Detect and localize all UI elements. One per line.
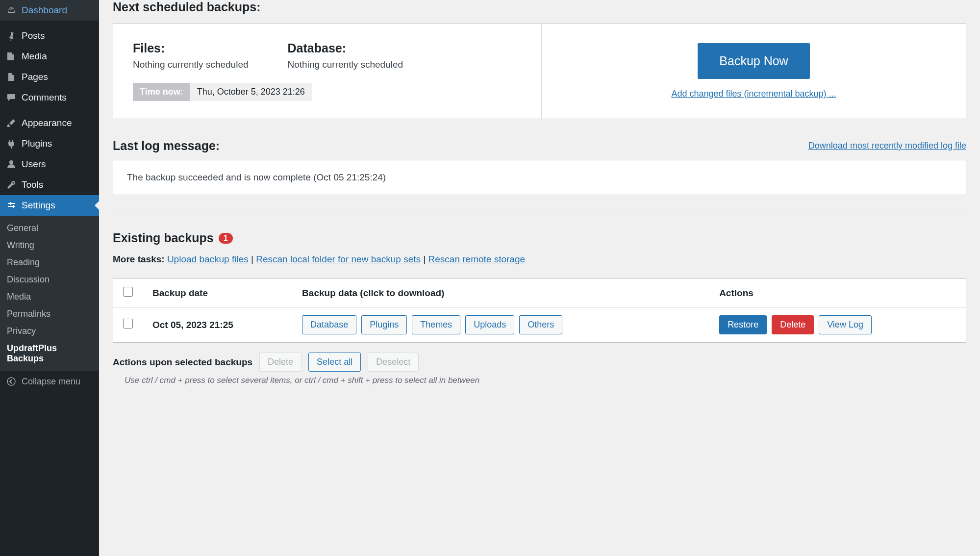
time-now-label: Time now: xyxy=(133,83,190,101)
backup-table: Backup date Backup data (click to downlo… xyxy=(113,278,966,343)
backup-data-group: Database Plugins Themes Uploads Others xyxy=(302,315,700,334)
submenu-general[interactable]: General xyxy=(0,220,99,237)
time-now-row: Time now: Thu, October 5, 2023 21:26 xyxy=(133,83,522,101)
row-actions: Restore Delete View Log xyxy=(719,315,956,334)
th-date: Backup date xyxy=(143,279,292,307)
more-tasks: More tasks: Upload backup files | Rescan… xyxy=(113,254,966,265)
sliders-icon xyxy=(6,200,17,211)
submenu-privacy[interactable]: Privacy xyxy=(0,323,99,340)
svg-point-1 xyxy=(7,378,15,385)
row-checkbox[interactable] xyxy=(123,319,133,329)
schedule-left: Files: Nothing currently scheduled Datab… xyxy=(113,24,542,119)
divider xyxy=(113,213,966,213)
th-actions: Actions xyxy=(709,279,966,307)
th-data: Backup data (click to download) xyxy=(292,279,709,307)
submenu-updraftplus[interactable]: UpdraftPlus Backups xyxy=(0,340,99,367)
delete-button[interactable]: Delete xyxy=(772,315,814,334)
download-plugins-button[interactable]: Plugins xyxy=(361,315,407,334)
submenu-discussion[interactable]: Discussion xyxy=(0,271,99,288)
schedule-right: Backup Now Add changed files (incrementa… xyxy=(542,24,966,119)
backup-date-cell: Oct 05, 2023 21:25 xyxy=(143,307,292,343)
submenu-reading[interactable]: Reading xyxy=(0,254,99,271)
db-col: Database: Nothing currently scheduled xyxy=(288,41,403,70)
files-status: Nothing currently scheduled xyxy=(133,59,249,70)
bulk-hint: Use ctrl / cmd + press to select several… xyxy=(113,376,966,385)
sidebar-item-posts[interactable]: Posts xyxy=(0,25,99,46)
collapse-label: Collapse menu xyxy=(22,377,80,387)
main-content: Next scheduled backups: Files: Nothing c… xyxy=(99,0,980,556)
incremental-backup-link[interactable]: Add changed files (incremental backup) .… xyxy=(671,89,836,99)
next-scheduled-title: Next scheduled backups: xyxy=(113,0,966,14)
sidebar-item-label: Users xyxy=(22,159,46,170)
download-database-button[interactable]: Database xyxy=(302,315,356,334)
pin-icon xyxy=(6,30,17,41)
existing-backups-title: Existing backups xyxy=(113,231,214,245)
sidebar-item-users[interactable]: Users xyxy=(0,154,99,175)
download-themes-button[interactable]: Themes xyxy=(412,315,460,334)
plug-icon xyxy=(6,138,17,149)
collapse-icon xyxy=(6,376,17,387)
table-row: Oct 05, 2023 21:25 Database Plugins Them… xyxy=(113,307,966,343)
more-tasks-label: More tasks: xyxy=(113,254,165,264)
sidebar-item-media[interactable]: Media xyxy=(0,46,99,67)
comment-icon xyxy=(6,92,17,103)
submenu-permalinks[interactable]: Permalinks xyxy=(0,305,99,323)
bulk-actions-row: Actions upon selected backups Delete Sel… xyxy=(113,353,966,372)
brush-icon xyxy=(6,118,17,128)
bulk-delete-button[interactable]: Delete xyxy=(259,353,302,372)
sidebar-item-tools[interactable]: Tools xyxy=(0,175,99,195)
download-others-button[interactable]: Others xyxy=(519,315,562,334)
sidebar-item-label: Tools xyxy=(22,179,43,190)
submenu-media[interactable]: Media xyxy=(0,288,99,305)
time-now-value: Thu, October 5, 2023 21:26 xyxy=(190,83,312,101)
wrench-icon xyxy=(6,179,17,190)
download-log-link[interactable]: Download most recently modified log file xyxy=(808,141,966,151)
sidebar-item-label: Appearance xyxy=(22,118,72,128)
backup-now-button[interactable]: Backup Now xyxy=(698,43,809,79)
sidebar-item-label: Comments xyxy=(22,92,67,103)
upload-backup-link[interactable]: Upload backup files xyxy=(167,254,249,264)
collapse-menu-button[interactable]: Collapse menu xyxy=(0,371,99,392)
media-icon xyxy=(6,51,17,62)
admin-sidebar: Dashboard Posts Media Pages Comments App… xyxy=(0,0,99,556)
sidebar-item-label: Pages xyxy=(22,72,48,82)
download-uploads-button[interactable]: Uploads xyxy=(465,315,514,334)
last-log-title: Last log message: xyxy=(113,139,220,153)
sidebar-item-plugins[interactable]: Plugins xyxy=(0,133,99,154)
sidebar-item-label: Settings xyxy=(22,200,55,211)
bulk-label: Actions upon selected backups xyxy=(113,357,252,368)
dashboard-icon xyxy=(6,5,17,16)
bulk-deselect-button[interactable]: Deselect xyxy=(368,353,419,372)
sidebar-item-comments[interactable]: Comments xyxy=(0,87,99,108)
viewlog-button[interactable]: View Log xyxy=(819,315,872,334)
sidebar-item-pages[interactable]: Pages xyxy=(0,67,99,87)
db-heading: Database: xyxy=(288,41,403,55)
existing-count-badge: 1 xyxy=(219,233,233,244)
sidebar-item-label: Dashboard xyxy=(22,5,67,16)
sidebar-item-dashboard[interactable]: Dashboard xyxy=(0,0,99,21)
files-col: Files: Nothing currently scheduled xyxy=(133,41,249,70)
table-header-row: Backup date Backup data (click to downlo… xyxy=(113,279,966,307)
submenu-writing[interactable]: Writing xyxy=(0,237,99,254)
sidebar-item-appearance[interactable]: Appearance xyxy=(0,113,99,133)
select-all-checkbox[interactable] xyxy=(123,287,133,297)
sidebar-item-label: Plugins xyxy=(22,138,52,149)
settings-submenu: General Writing Reading Discussion Media… xyxy=(0,216,99,371)
sidebar-item-settings[interactable]: Settings xyxy=(0,195,99,216)
restore-button[interactable]: Restore xyxy=(719,315,767,334)
db-status: Nothing currently scheduled xyxy=(288,59,403,70)
pages-icon xyxy=(6,72,17,82)
svg-point-0 xyxy=(9,160,13,164)
log-message: The backup succeeded and is now complete… xyxy=(113,160,966,195)
user-icon xyxy=(6,159,17,170)
bulk-selectall-button[interactable]: Select all xyxy=(308,353,361,372)
sidebar-item-label: Media xyxy=(22,51,47,62)
schedule-row: Files: Nothing currently scheduled Datab… xyxy=(133,41,522,70)
files-heading: Files: xyxy=(133,41,249,55)
rescan-remote-link[interactable]: Rescan remote storage xyxy=(428,254,526,264)
schedule-box: Files: Nothing currently scheduled Datab… xyxy=(113,23,966,119)
sidebar-item-label: Posts xyxy=(22,30,45,41)
rescan-local-link[interactable]: Rescan local folder for new backup sets xyxy=(256,254,421,264)
